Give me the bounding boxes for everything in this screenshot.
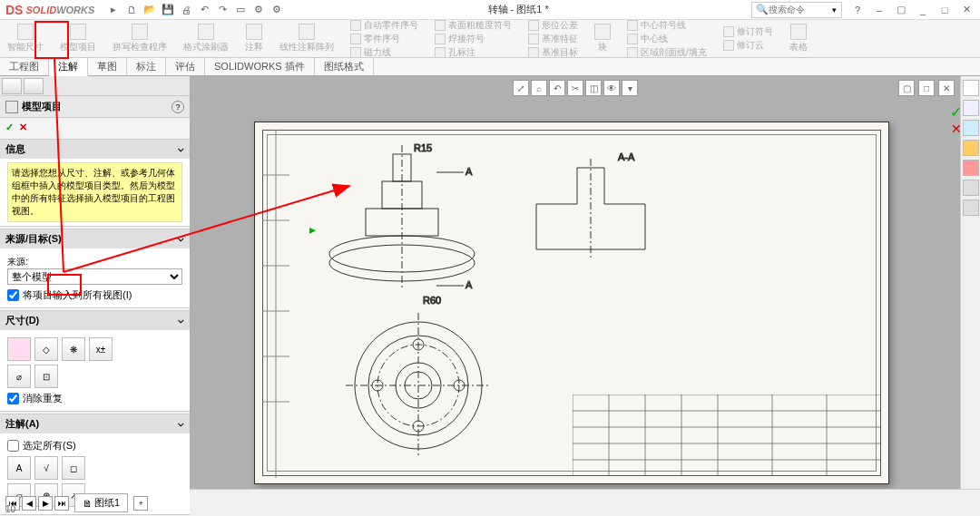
file-explorer-icon[interactable] — [963, 140, 979, 156]
ribbon-format-painter[interactable]: 格式涂刷器 — [180, 24, 232, 54]
elim-dup-checkbox[interactable] — [7, 393, 19, 404]
ribbon-gtol[interactable]: 形位公差 — [524, 19, 582, 32]
design-lib-icon[interactable] — [963, 120, 979, 136]
next-sheet-icon[interactable]: ▶ — [38, 496, 53, 511]
help-icon[interactable]: ? — [848, 2, 867, 18]
doc-icon[interactable]: ▢ — [898, 80, 915, 96]
ribbon-table[interactable]: 表格 — [786, 24, 811, 54]
dim-section-header[interactable]: 尺寸(D)⌵ — [0, 311, 190, 330]
add-sheet-icon[interactable]: + — [133, 496, 148, 511]
dim-hole-button[interactable]: ⌀ — [7, 365, 31, 388]
restore-icon[interactable]: ▢ — [891, 2, 911, 18]
print-icon[interactable]: 🖨 — [178, 2, 194, 18]
ribbon-auto-balloon[interactable]: 自动零件序号 — [347, 19, 422, 32]
dim-marked-button[interactable] — [7, 337, 31, 361]
tab-sheet-format[interactable]: 图纸格式 — [315, 58, 374, 75]
zoom-fit-icon[interactable]: ⤢ — [513, 80, 529, 96]
search-box[interactable]: 🔍 ▾ — [751, 2, 842, 18]
dim-instance-button[interactable]: ❋ — [62, 337, 85, 361]
property-tab[interactable] — [24, 78, 44, 94]
import-all-checkbox[interactable] — [7, 289, 19, 301]
section-view[interactable]: A-A — [509, 150, 672, 277]
top-view[interactable] — [346, 313, 491, 458]
hide-show-icon[interactable]: 👁 — [603, 80, 620, 96]
resources-icon[interactable] — [963, 100, 979, 116]
tab-evaluate[interactable]: 评估 — [166, 58, 205, 75]
appearances-icon[interactable] — [963, 180, 979, 196]
confirm-corner-cancel[interactable]: ✕ — [951, 122, 960, 136]
ribbon-rev-symbol[interactable]: 修订符号 — [720, 25, 777, 38]
select-icon[interactable]: ▭ — [232, 2, 249, 18]
custom-props-icon[interactable] — [963, 200, 979, 216]
ribbon-magnetic[interactable]: 磁力线 — [347, 46, 422, 59]
ribbon-surface-finish[interactable]: 表面粗糙度符号 — [431, 19, 515, 32]
prev-sheet-icon[interactable]: ◀ — [22, 496, 36, 511]
annot-section-header[interactable]: 注解(A)⌵ — [0, 414, 190, 433]
doc-minimize-icon[interactable]: _ — [913, 2, 933, 18]
info-section-header[interactable]: 信息⌵ — [0, 140, 190, 159]
annot-gtol-button[interactable]: ◻ — [62, 456, 85, 480]
view-palette-icon[interactable] — [963, 160, 979, 176]
ribbon-rev-cloud[interactable]: 修订云 — [720, 39, 777, 52]
open-icon[interactable]: 📂 — [142, 2, 158, 18]
confirm-corner-ok[interactable]: ✓ — [950, 103, 960, 121]
doc-close-icon[interactable]: ✕ — [938, 80, 955, 96]
sheet-tab[interactable]: 🗎 图纸1 — [74, 493, 128, 512]
search-input[interactable] — [769, 5, 832, 15]
ribbon-hole-callout[interactable]: 孔标注 — [431, 46, 515, 59]
last-sheet-icon[interactable]: ⏭ — [54, 496, 69, 511]
cancel-button[interactable]: ✕ — [19, 122, 27, 133]
ribbon-center-mark[interactable]: 中心符号线 — [623, 19, 710, 32]
tab-addins[interactable]: SOLIDWORKS 插件 — [205, 58, 315, 75]
annot-select-all-checkbox[interactable] — [7, 440, 19, 452]
file-icon[interactable]: 🗋 — [123, 2, 140, 18]
home-icon[interactable] — [963, 80, 979, 96]
options-icon[interactable]: ⚙ — [269, 2, 285, 18]
tab-markup[interactable]: 标注 — [127, 58, 166, 75]
save-icon[interactable]: 💾 — [160, 2, 176, 18]
minimize-icon[interactable]: – — [869, 2, 889, 18]
tab-drawing[interactable]: 工程图 — [0, 58, 49, 75]
ribbon-datum[interactable]: 基准特征 — [524, 33, 582, 45]
feature-tree-tab[interactable] — [2, 78, 22, 94]
view-origin-marker[interactable]: ▸ — [309, 222, 316, 237]
ribbon-smart-dim[interactable]: 智能尺寸 — [4, 24, 47, 54]
ribbon-block[interactable]: 块 — [591, 24, 614, 54]
annot-note-button[interactable]: A — [7, 456, 31, 480]
tab-sketch[interactable]: 草图 — [88, 58, 127, 75]
ribbon-hatch[interactable]: 区域剖面线/填充 — [623, 46, 710, 59]
ribbon-centerline[interactable]: 中心线 — [623, 33, 710, 45]
undo-icon[interactable]: ↶ — [196, 2, 212, 18]
dim-hole-callout-button[interactable]: ⊡ — [34, 365, 58, 388]
ribbon-spell-check[interactable]: 拼写检查程序 — [109, 24, 171, 54]
dim-tolerance-button[interactable]: x± — [89, 337, 113, 361]
more-icon[interactable]: ▾ — [622, 80, 638, 96]
ribbon-linear-pattern[interactable]: 线性注释阵列 — [276, 24, 338, 54]
drawing-canvas[interactable]: ⤢ ⌕ ↶ ✂ ◫ 👁 ▾ R15 R60 A — [191, 76, 960, 489]
redo-icon[interactable]: ↷ — [214, 2, 230, 18]
dim-not-marked-button[interactable]: ◇ — [34, 337, 58, 361]
close-icon[interactable]: ✕ — [956, 2, 976, 18]
source-section-header[interactable]: 来源/目标(S)⌵ — [0, 229, 190, 248]
ribbon-datum-target[interactable]: 基准目标 — [524, 46, 582, 59]
zoom-area-icon[interactable]: ⌕ — [531, 80, 547, 96]
new-icon[interactable]: ▸ — [105, 2, 122, 18]
doc-maximize-icon[interactable]: □ — [935, 2, 955, 18]
title-block[interactable] — [573, 394, 881, 476]
prev-view-icon[interactable]: ↶ — [549, 80, 565, 96]
help-icon[interactable]: ? — [172, 101, 184, 113]
ok-button[interactable]: ✓ — [5, 122, 14, 133]
section-view-icon[interactable]: ✂ — [567, 80, 583, 96]
tab-annotation[interactable]: 注解 — [49, 58, 88, 76]
ribbon-note[interactable]: 注释 — [241, 24, 267, 54]
doc-max-icon[interactable]: □ — [918, 80, 935, 96]
front-view[interactable]: R15 R60 A A — [309, 141, 491, 313]
drawing-sheet[interactable]: R15 R60 A A A-A — [254, 122, 889, 484]
source-select[interactable]: 整个模型 — [7, 268, 182, 285]
display-style-icon[interactable]: ◫ — [585, 80, 602, 96]
ribbon-balloon[interactable]: 零件序号 — [347, 33, 422, 45]
ribbon-model-items[interactable]: 模型项目 — [56, 24, 100, 54]
ribbon-weld[interactable]: 焊接符号 — [431, 33, 515, 45]
annot-sf-button[interactable]: √ — [34, 456, 58, 480]
rebuild-icon[interactable]: ⚙ — [250, 2, 267, 18]
